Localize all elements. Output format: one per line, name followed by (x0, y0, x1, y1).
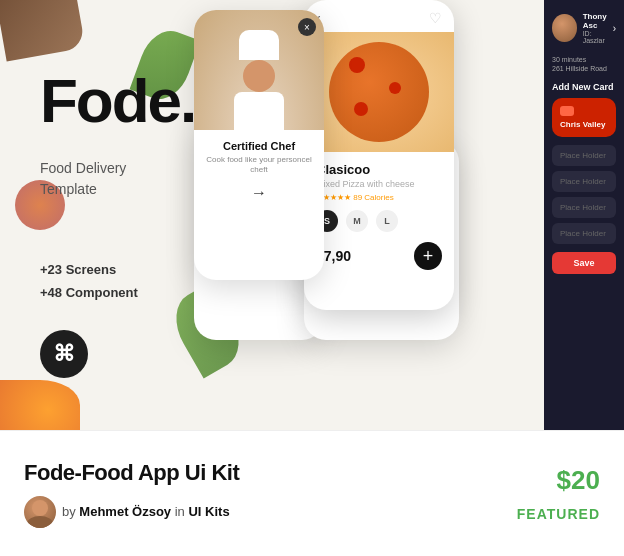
product-title: Fode-Food App Ui Kit (24, 460, 469, 486)
rp-section-title: Add New Card (552, 82, 616, 92)
price-tag: $20 (557, 465, 600, 496)
phone-pizza-detail: ‹ ♡ Clasicoo Mixed Pizza with cheese ★★★… (304, 0, 454, 310)
rp-avatar (552, 14, 577, 42)
brand-title: Fode. (40, 70, 195, 132)
chef-description: Cook food like your personcel cheft (204, 155, 314, 176)
pizza-name: Clasicoo (316, 162, 442, 177)
rp-chevron-icon[interactable]: › (613, 23, 616, 34)
deco-orange (0, 380, 80, 430)
deco-chocolate (0, 0, 85, 61)
size-m[interactable]: M (346, 210, 368, 232)
phone-chef: × Certified Chef Cook food like your per… (194, 10, 324, 280)
author-prefix: by (62, 504, 76, 519)
author-category[interactable]: UI Kits (188, 504, 229, 519)
card-holder-name: Chris Valley (560, 120, 608, 129)
rp-placeholder-2[interactable]: Place Holder (552, 171, 616, 192)
rp-address: 261 Hillside Road (552, 65, 616, 72)
phone-container: × Certified Chef Cook food like your per… (194, 0, 624, 430)
arrow-button[interactable]: → (251, 184, 267, 202)
rp-save-button[interactable]: Save (552, 252, 616, 274)
size-l[interactable]: L (376, 210, 398, 232)
rp-user-name: Thony Asc (583, 12, 607, 30)
right-panel: Thony Asc ID: Jaszlar › 30 minutes 261 H… (544, 0, 624, 430)
preview-area: Fode. Food Delivery Template +23 Screens… (0, 0, 624, 430)
close-button[interactable]: × (298, 18, 316, 36)
svg-point-0 (32, 500, 48, 516)
pizza-image (304, 32, 454, 152)
svg-point-1 (27, 516, 53, 528)
bottom-bar: Fode-Food App Ui Kit by Mehmet Özsoy in … (0, 430, 624, 556)
featured-badge: FEATURED (517, 506, 600, 522)
rp-time: 30 minutes (552, 56, 616, 63)
heart-icon[interactable]: ♡ (429, 10, 442, 26)
rp-placeholder-3[interactable]: Place Holder (552, 197, 616, 218)
author-name[interactable]: Mehmet Özsoy (79, 504, 171, 519)
pizza-rating: ★★★★★ 89 Calories (316, 193, 442, 202)
screen-count: +23 Screens +48 Component (40, 258, 138, 305)
figma-badge: ⌘ (40, 330, 88, 378)
rp-user-id: ID: Jaszlar (583, 30, 607, 44)
pizza-description: Mixed Pizza with cheese (316, 179, 442, 189)
add-to-cart-button[interactable]: + (414, 242, 442, 270)
chef-title: Certified Chef (204, 140, 314, 152)
card-chip-icon (560, 106, 574, 116)
rp-card[interactable]: Chris Valley (552, 98, 616, 137)
rp-placeholder-1[interactable]: Place Holder (552, 145, 616, 166)
rp-placeholder-4[interactable]: Place Holder (552, 223, 616, 244)
author-avatar (24, 496, 56, 528)
author-connector: in (175, 504, 185, 519)
brand-subtitle: Food Delivery Template (40, 158, 126, 200)
